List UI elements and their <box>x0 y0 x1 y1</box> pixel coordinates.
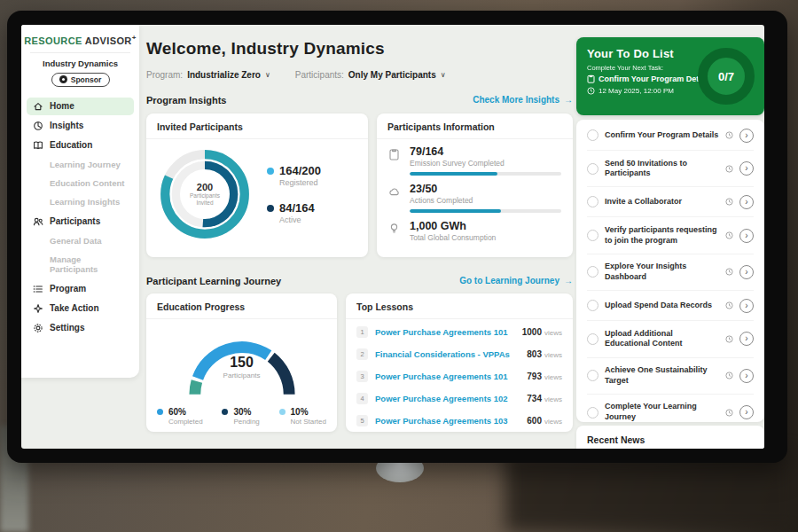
chevron-right-button[interactable]: › <box>739 161 754 176</box>
sidebar-item-label: Program <box>50 284 86 293</box>
people-icon <box>33 216 43 227</box>
lesson-link[interactable]: Power Purchase Agreements 103 <box>375 416 527 426</box>
sidebar-item-label: Home <box>50 101 74 111</box>
sidebar-item-manage-participants[interactable]: Manage Participants <box>27 251 134 278</box>
lesson-row: 1 Power Purchase Agreements 101 1000view… <box>356 321 562 343</box>
lesson-link[interactable]: Power Purchase Agreements 101 <box>375 327 522 337</box>
progress-bar <box>410 172 561 176</box>
lesson-views: 793views <box>527 372 562 381</box>
sidebar-item-insights[interactable]: Insights <box>27 117 134 135</box>
chevron-right-button[interactable]: › <box>739 369 754 383</box>
clock-icon <box>725 268 733 276</box>
gauge-center-label: Participants <box>168 372 316 379</box>
sidebar-item-take-action[interactable]: Take Action <box>27 300 134 317</box>
lesson-link[interactable]: Financial Considerations - VPPAs <box>375 349 527 359</box>
gear-icon <box>33 323 43 333</box>
lesson-views: 1000views <box>522 327 562 337</box>
participants-information-card: Participants Information 79/164 Emission… <box>377 113 573 257</box>
program-insights-heading: Program Insights <box>146 95 226 106</box>
recent-news-card: Recent News <box>576 426 764 449</box>
sponsor-label: Sponsor <box>71 75 101 84</box>
chevron-right-button[interactable]: › <box>739 129 754 143</box>
stat-value: 23/50 <box>410 183 561 195</box>
stat-value: 1,000 GWh <box>410 220 561 232</box>
invited-donut-chart: 200 Participants Invited 164/200 Registe… <box>146 139 368 249</box>
sidebar-item-learning-journey[interactable]: Learning Journey <box>27 156 134 174</box>
task-row[interactable]: Confirm Your Program Details › <box>587 121 754 151</box>
program-select[interactable]: Program: Industrialize Zero ∨ <box>146 70 270 80</box>
sidebar-item-label: Settings <box>50 323 84 332</box>
sidebar-item-label: Participants <box>50 216 100 226</box>
todo-header-card: Your To Do List Complete Your Next Task:… <box>576 37 764 115</box>
donut-center-value: 200 <box>197 182 213 192</box>
task-checkbox[interactable] <box>587 370 598 381</box>
task-checkbox[interactable] <box>587 300 598 311</box>
task-checkbox[interactable] <box>587 333 598 345</box>
sidebar-item-program[interactable]: Program <box>27 280 134 298</box>
lesson-rank: 1 <box>356 326 368 338</box>
sidebar-item-settings[interactable]: Settings <box>27 319 134 337</box>
action-burst-icon <box>33 303 43 314</box>
task-row[interactable]: Invite a Collaborator › <box>587 187 754 217</box>
sidebar-item-education-content[interactable]: Education Content <box>27 175 134 192</box>
sidebar-item-home[interactable]: Home <box>27 98 134 115</box>
chevron-down-icon: ∨ <box>441 71 446 79</box>
lesson-link[interactable]: Power Purchase Agreements 102 <box>375 394 527 403</box>
task-row[interactable]: Upload Spend Data Records › <box>587 291 754 321</box>
sidebar-item-participants[interactable]: Participants <box>27 213 134 231</box>
legend-label: Pending <box>233 418 259 426</box>
task-checkbox[interactable] <box>587 129 598 141</box>
lesson-rank: 3 <box>356 371 368 382</box>
legend-label: Active <box>279 215 315 224</box>
task-checkbox[interactable] <box>587 407 598 419</box>
legend-label: Completed <box>168 418 203 426</box>
chevron-right-button[interactable]: › <box>739 332 754 346</box>
task-row[interactable]: Achieve One Sustainability Target › <box>587 358 754 395</box>
task-row[interactable]: Upload Additional Educational Content › <box>587 321 754 357</box>
brand-plus: + <box>132 34 137 42</box>
program-value: Industrialize Zero <box>187 70 261 80</box>
lesson-link[interactable]: Power Purchase Agreements 101 <box>375 372 527 381</box>
participants-select[interactable]: Participants: Only My Participants ∨ <box>295 70 446 80</box>
legend-value: 84/164 <box>279 201 315 215</box>
legend-label: Registered <box>279 178 321 187</box>
task-row[interactable]: Explore Your Insights Dashboard › <box>587 254 754 291</box>
chevron-down-icon: ∨ <box>265 71 270 79</box>
check-more-insights-link[interactable]: Check More Insights → <box>473 95 573 105</box>
task-row[interactable]: Verify participants requesting to join t… <box>587 217 754 254</box>
chevron-right-button[interactable]: › <box>739 299 754 313</box>
donut-center-label: Participants Invited <box>182 192 228 207</box>
stat-label: Total Global Consumption <box>410 233 561 242</box>
task-checkbox[interactable] <box>587 163 598 175</box>
sponsor-badge[interactable]: Sponsor <box>51 73 110 87</box>
list-icon <box>33 284 43 294</box>
invited-participants-card: Invited Participants 200 Participants In… <box>146 113 368 257</box>
chevron-right-button[interactable]: › <box>739 229 754 243</box>
lesson-rank: 4 <box>356 393 368 404</box>
survey-icon <box>388 145 402 176</box>
chevron-right-button[interactable]: › <box>739 265 754 279</box>
task-checkbox[interactable] <box>587 230 598 241</box>
sidebar-item-general-data[interactable]: General Data <box>27 232 134 250</box>
go-to-learning-journey-link[interactable]: Go to Learning Journey → <box>459 276 573 286</box>
learning-journey-heading: Participant Learning Journey <box>146 276 281 286</box>
legend-completed: 60% Completed <box>157 407 203 426</box>
lesson-views: 803views <box>527 349 562 359</box>
sidebar-item-education[interactable]: Education <box>27 137 134 154</box>
legend-registered: 164/200 Registered <box>267 164 321 187</box>
task-row[interactable]: Send 50 Invitations to Participants › <box>587 151 754 187</box>
task-checkbox[interactable] <box>587 196 598 207</box>
chevron-right-button[interactable]: › <box>739 405 754 419</box>
legend-dot <box>157 409 163 415</box>
stat-label: Emission Survey Completed <box>410 159 561 168</box>
lesson-row: 5 Power Purchase Agreements 103 600views <box>356 410 562 432</box>
chevron-right-button[interactable]: › <box>739 195 754 209</box>
task-row[interactable]: Complete Your Learning Journey › <box>587 395 754 422</box>
app-logo[interactable]: RESOURCE ADVISOR+ <box>21 34 139 46</box>
bulb-icon <box>388 220 402 242</box>
clock-icon <box>725 198 733 206</box>
sidebar-item-learning-insights[interactable]: Learning Insights <box>27 193 134 211</box>
task-checkbox[interactable] <box>587 266 598 278</box>
clock-icon <box>725 372 733 379</box>
page-title: Welcome, Industry Dynamics <box>146 39 385 59</box>
